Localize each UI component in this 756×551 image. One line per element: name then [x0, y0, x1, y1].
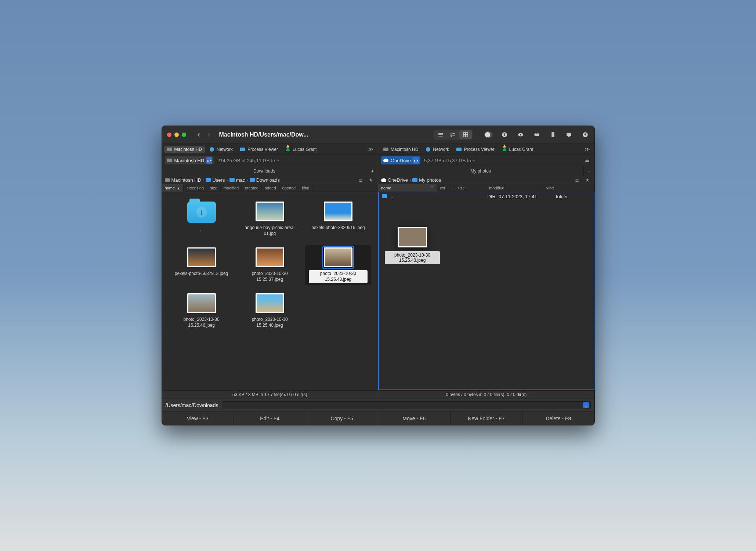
drive-dropdown-icon[interactable]: ▲▼: [413, 157, 419, 164]
breadcrumb-segment[interactable]: Macintosh HD: [171, 177, 202, 183]
fkey-button[interactable]: Move - F6: [378, 412, 451, 425]
network-share-icon[interactable]: [565, 131, 573, 139]
location-tab[interactable]: Network: [423, 146, 452, 153]
parent-folder-item[interactable]: ..: [169, 199, 235, 239]
drag-ghost: photo_2023-10-30 15.25.43.jpeg: [385, 227, 440, 264]
location-tab[interactable]: Macintosh HD: [164, 146, 205, 153]
window-title: Macintosh HD/Users/mac/Dow...: [219, 131, 308, 138]
fkey-button[interactable]: Copy - F5: [306, 412, 379, 425]
svg-point-17: [536, 133, 539, 136]
svg-rect-7: [463, 133, 465, 134]
column-header[interactable]: size: [455, 184, 486, 192]
column-header[interactable]: created: [242, 184, 262, 192]
path-input[interactable]: ⌄: [222, 401, 590, 409]
close-button[interactable]: [167, 133, 171, 137]
add-tab-left[interactable]: ＋: [367, 166, 378, 176]
path-bar: /Users/mac/Downloads ⌄: [162, 399, 594, 412]
view-grid-icon[interactable]: [459, 130, 472, 139]
favorite-icon[interactable]: ★: [367, 177, 375, 183]
view-columns-icon[interactable]: [447, 130, 459, 139]
minimize-button[interactable]: [174, 133, 179, 137]
info-icon[interactable]: [500, 131, 509, 139]
nav-back-button[interactable]: [194, 130, 203, 139]
zoom-button[interactable]: [182, 133, 186, 137]
location-tab[interactable]: Lucas Grant: [499, 146, 536, 153]
column-header[interactable]: modified: [486, 184, 543, 192]
path-dropdown-icon[interactable]: ⌄: [583, 402, 589, 408]
breadcrumb-segment[interactable]: My photos: [419, 177, 441, 183]
fkey-button[interactable]: Delete - F8: [522, 412, 594, 425]
file-item[interactable]: photo_2023-10-30 15.25.43.jpeg: [305, 245, 371, 285]
drive-pill-left[interactable]: Macintosh HD ▲▼: [165, 156, 214, 164]
location-tab[interactable]: Network: [206, 146, 236, 153]
hidden-files-toggle-icon[interactable]: [484, 131, 492, 139]
location-tab[interactable]: Process Viewer: [453, 146, 497, 153]
drive-row: Macintosh HD ▲▼ 214,25 GB of 245,11 GB f…: [162, 155, 594, 166]
left-pane[interactable]: ..angourie-bay-picnic-area-01.jpgpexels-…: [162, 192, 378, 390]
tab-label: Network: [433, 147, 449, 152]
right-pane[interactable]: ..DIR07.11.2023, 17:41folder photo_2023-…: [378, 192, 594, 390]
find-icon[interactable]: [533, 131, 541, 139]
fkey-button[interactable]: Edit - F4: [234, 412, 306, 425]
column-header[interactable]: size: [207, 184, 221, 192]
right-drive-selector: OneDrive ▲▼ 5,37 GB of 5,37 GB free ⏏: [378, 155, 594, 166]
eject-icon[interactable]: ⏏: [585, 158, 592, 163]
location-tab[interactable]: Process Viewer: [237, 146, 281, 153]
breadcrumb-segment[interactable]: Downloads: [256, 177, 280, 183]
tab-label: Process Viewer: [464, 147, 494, 152]
fkey-button[interactable]: View - F3: [162, 412, 234, 425]
gd-icon: [502, 147, 507, 151]
location-tab[interactable]: Lucas Grant: [282, 146, 319, 153]
list-row[interactable]: ..DIR07.11.2023, 17:41folder: [379, 192, 594, 201]
column-header[interactable]: added: [262, 184, 279, 192]
globe-icon: [210, 147, 214, 152]
drive-space-left: 214,25 GB of 245,11 GB free: [217, 158, 279, 163]
file-item[interactable]: photo_2023-10-30 15.25.37.jpeg: [237, 245, 303, 285]
breadcrumb-segment[interactable]: OneDrive: [388, 177, 408, 183]
file-name-label: angourie-bay-picnic-area-01.jpg: [240, 224, 299, 237]
column-header[interactable]: name⌃: [378, 184, 437, 192]
column-header[interactable]: kind: [299, 184, 312, 192]
download-icon[interactable]: [581, 131, 589, 139]
content-tab-right[interactable]: My photos: [378, 167, 583, 175]
column-header[interactable]: extension: [184, 184, 207, 192]
drive-dropdown-icon[interactable]: ▲▼: [206, 157, 212, 164]
favorite-icon[interactable]: ★: [583, 177, 592, 183]
more-tabs-icon[interactable]: ≫: [583, 146, 592, 152]
file-item[interactable]: angourie-bay-picnic-area-01.jpg: [237, 199, 303, 239]
fkey-button[interactable]: New Folder - F7: [451, 412, 523, 425]
folder-icon: [250, 178, 255, 182]
hd-icon: [167, 148, 172, 151]
list-mode-icon[interactable]: ≣: [357, 177, 365, 183]
archive-icon[interactable]: [549, 131, 557, 139]
svg-rect-9: [463, 135, 465, 137]
file-item[interactable]: photo_2023-10-30 15.25.46.jpeg: [169, 291, 235, 331]
file-item[interactable]: pexels-photo-3320516.jpeg: [305, 199, 371, 239]
list-cell: folder: [556, 194, 591, 199]
add-tab-right[interactable]: ＋: [583, 166, 594, 176]
view-list-icon[interactable]: [434, 130, 447, 139]
file-name-label: photo_2023-10-30 15.25.48.jpeg: [240, 316, 299, 329]
drive-icon: [167, 159, 172, 162]
right-pane-droptarget[interactable]: ..DIR07.11.2023, 17:41folder photo_2023-…: [378, 192, 594, 390]
column-header[interactable]: kind: [543, 184, 580, 192]
file-item[interactable]: photo_2023-10-30 15.25.48.jpeg: [237, 291, 303, 331]
quicklook-icon[interactable]: [517, 131, 525, 139]
left-pane-tabs: Macintosh HDNetworkProcess ViewerLucas G…: [162, 144, 378, 155]
file-item[interactable]: pexels-photo-5687913.jpeg: [169, 245, 235, 285]
content-tab-left[interactable]: Downloads: [162, 167, 367, 175]
columns-left: name ▲extensionsizemodifiedcreatedaddedo…: [162, 184, 378, 192]
column-header[interactable]: name ▲: [162, 184, 184, 192]
column-header[interactable]: opened: [279, 184, 299, 192]
breadcrumb-segment[interactable]: Users: [212, 177, 225, 183]
mon-icon: [456, 148, 462, 151]
column-header[interactable]: ext: [437, 184, 455, 192]
breadcrumb-segment[interactable]: mac: [236, 177, 245, 183]
nav-forward-button[interactable]: [205, 130, 213, 139]
location-tab[interactable]: Macintosh HD: [380, 146, 421, 153]
more-tabs-icon[interactable]: ≫: [366, 146, 376, 152]
column-header[interactable]: modified: [221, 184, 242, 192]
drive-pill-right[interactable]: OneDrive ▲▼: [381, 156, 420, 164]
panes: ..angourie-bay-picnic-area-01.jpgpexels-…: [162, 192, 594, 390]
list-mode-icon[interactable]: ≣: [573, 177, 581, 183]
